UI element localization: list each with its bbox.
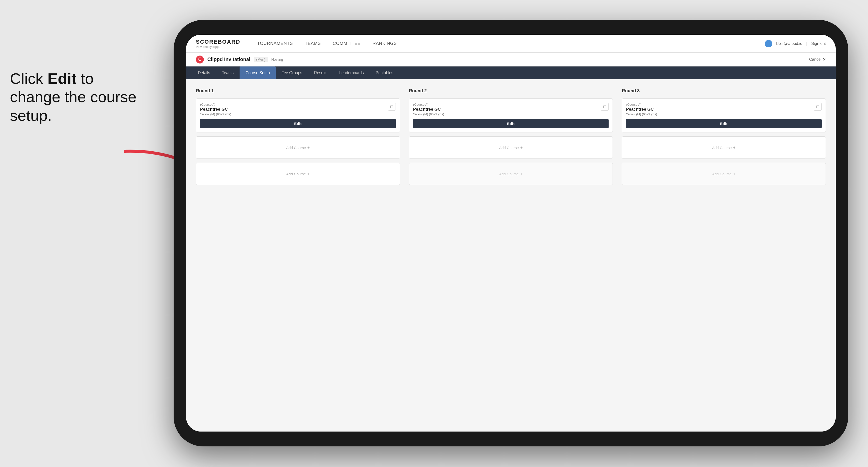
gender-badge: (Men)	[254, 57, 268, 62]
round-3-add-course-2: Add Course +	[622, 163, 826, 185]
round-1-course-details: Yellow (M) (6629 yds)	[200, 112, 231, 116]
c-logo: C	[196, 56, 204, 63]
rounds-grid: Round 1 (Course A) Peachtree GC Yellow (…	[196, 88, 826, 185]
instruction-bold: Edit	[48, 70, 76, 87]
round-2-delete-icon[interactable]: ⊟	[601, 103, 609, 111]
round-2-course-info: (Course A) Peachtree GC Yellow (M) (6629…	[413, 103, 444, 116]
round-2-edit-button[interactable]: Edit	[413, 119, 609, 128]
tab-tee-groups[interactable]: Tee Groups	[276, 66, 308, 80]
nav-committee[interactable]: COMMITTEE	[333, 41, 361, 46]
nav-right: blair@clippd.io | Sign out	[765, 40, 826, 48]
cancel-button[interactable]: Cancel ✕	[809, 57, 826, 62]
tab-leaderboards[interactable]: Leaderboards	[333, 66, 370, 80]
round-1-add-course-1[interactable]: Add Course +	[196, 136, 400, 159]
user-avatar	[765, 40, 772, 48]
tab-results[interactable]: Results	[308, 66, 333, 80]
round-1-label: Round 1	[196, 88, 400, 93]
round-1-edit-button[interactable]: Edit	[200, 119, 396, 128]
round-2-add-course-2: Add Course +	[409, 163, 613, 185]
nav-links: TOURNAMENTS TEAMS COMMITTEE RANKINGS	[257, 41, 753, 46]
tournament-header: C Clippd Invitational (Men) Hosting Canc…	[186, 53, 836, 66]
round-3-add-course-1[interactable]: Add Course +	[622, 136, 826, 159]
round-1-delete-icon[interactable]: ⊟	[388, 103, 396, 111]
nav-rankings[interactable]: RANKINGS	[372, 41, 397, 46]
round-2-course-name: Peachtree GC	[413, 107, 444, 112]
tablet-screen: SCOREBOARD Powered by clippd TOURNAMENTS…	[186, 35, 836, 432]
round-1-add-course-2[interactable]: Add Course +	[196, 163, 400, 185]
sign-out-link[interactable]: Sign out	[811, 41, 826, 46]
round-2-course-label: (Course A)	[413, 103, 444, 106]
logo-scoreboard: SCOREBOARD	[196, 39, 240, 45]
hosting-badge: Hosting	[271, 58, 283, 62]
round-3-course-info: (Course A) Peachtree GC Yellow (M) (6629…	[626, 103, 657, 116]
round-1-course-name: Peachtree GC	[200, 107, 231, 112]
round-3-edit-button[interactable]: Edit	[626, 119, 822, 128]
round-2-label: Round 2	[409, 88, 613, 93]
tournament-title-area: C Clippd Invitational (Men) Hosting	[196, 56, 283, 63]
round-3-course-card: (Course A) Peachtree GC Yellow (M) (6629…	[622, 98, 826, 132]
instruction-text: Click Edit to change the course setup.	[0, 69, 144, 125]
round-1-column: Round 1 (Course A) Peachtree GC Yellow (…	[196, 88, 400, 185]
tournament-name: Clippd Invitational	[207, 57, 250, 62]
round-2-add-course-1[interactable]: Add Course +	[409, 136, 613, 159]
nav-teams[interactable]: TEAMS	[305, 41, 321, 46]
tab-teams[interactable]: Teams	[216, 66, 240, 80]
round-1-card-header: (Course A) Peachtree GC Yellow (M) (6629…	[200, 103, 396, 116]
logo-area: SCOREBOARD Powered by clippd	[196, 39, 240, 49]
round-3-column: Round 3 (Course A) Peachtree GC Yellow (…	[622, 88, 826, 185]
round-2-course-card: (Course A) Peachtree GC Yellow (M) (6629…	[409, 98, 613, 132]
user-email: blair@clippd.io	[776, 41, 802, 46]
main-content: Round 1 (Course A) Peachtree GC Yellow (…	[186, 80, 836, 432]
instruction-prefix: Click	[10, 70, 48, 87]
round-1-course-card: (Course A) Peachtree GC Yellow (M) (6629…	[196, 98, 400, 132]
round-3-card-header: (Course A) Peachtree GC Yellow (M) (6629…	[626, 103, 822, 116]
round-3-course-label: (Course A)	[626, 103, 657, 106]
nav-separator: |	[806, 41, 807, 46]
round-2-column: Round 2 (Course A) Peachtree GC Yellow (…	[409, 88, 613, 185]
round-1-course-label: (Course A)	[200, 103, 231, 106]
round-3-course-name: Peachtree GC	[626, 107, 657, 112]
tab-bar: Details Teams Course Setup Tee Groups Re…	[186, 66, 836, 80]
tablet-frame: SCOREBOARD Powered by clippd TOURNAMENTS…	[174, 20, 848, 446]
round-3-label: Round 3	[622, 88, 826, 93]
round-2-card-header: (Course A) Peachtree GC Yellow (M) (6629…	[413, 103, 609, 116]
round-2-course-details: Yellow (M) (6629 yds)	[413, 112, 444, 116]
round-3-course-details: Yellow (M) (6629 yds)	[626, 112, 657, 116]
tab-course-setup[interactable]: Course Setup	[240, 66, 276, 80]
tab-printables[interactable]: Printables	[370, 66, 399, 80]
round-3-delete-icon[interactable]: ⊟	[814, 103, 822, 111]
nav-tournaments[interactable]: TOURNAMENTS	[257, 41, 293, 46]
tab-details[interactable]: Details	[192, 66, 216, 80]
logo-subtitle: Powered by clippd	[196, 45, 240, 49]
top-nav: SCOREBOARD Powered by clippd TOURNAMENTS…	[186, 35, 836, 53]
round-1-course-info: (Course A) Peachtree GC Yellow (M) (6629…	[200, 103, 231, 116]
